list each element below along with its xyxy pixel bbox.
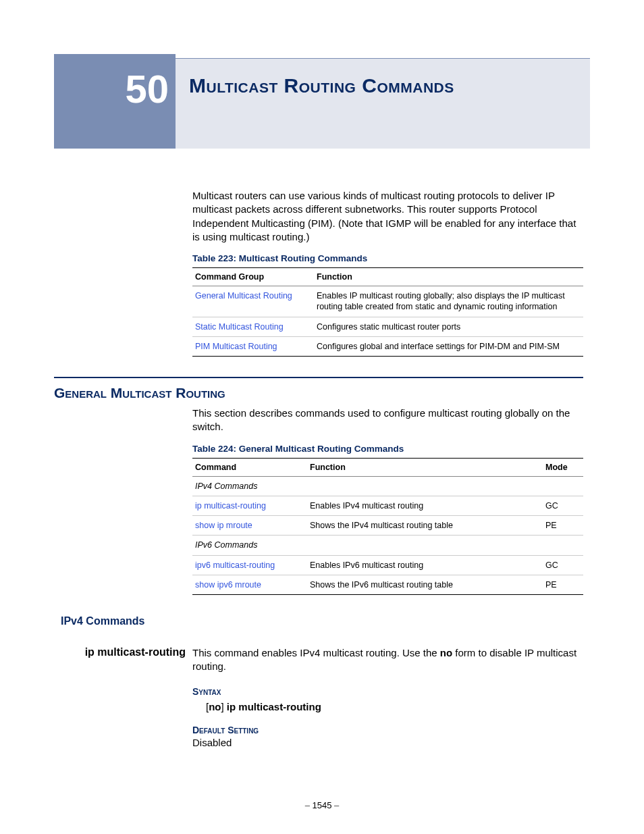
t224-func: Shows the IPv6 multicast routing table	[307, 575, 543, 594]
command-name: ip multicast-routing	[61, 646, 192, 674]
section-rule	[54, 377, 583, 378]
table-row: show ipv6 mroute Shows the IPv6 multicas…	[192, 575, 583, 594]
table-223: Command Group Function General Multicast…	[192, 267, 583, 357]
page-number: 1545	[313, 800, 332, 810]
t224-head-command: Command	[192, 458, 307, 476]
default-setting-label: Default Setting	[192, 725, 583, 735]
ipv4-commands-label: IPv4 Commands	[61, 615, 583, 627]
chapter-number: 50	[54, 66, 169, 111]
link-show-ip-mroute[interactable]: show ip mroute	[195, 521, 252, 530]
link-general-multicast[interactable]: General Multicast Routing	[195, 291, 292, 301]
t224-func: Enables IPv6 multicast routing	[307, 555, 543, 575]
t224-mode: PE	[543, 516, 583, 536]
link-pim-multicast[interactable]: PIM Multicast Routing	[195, 342, 277, 351]
syntax-label: Syntax	[192, 686, 583, 697]
table-subhead: IPv4 Commands	[192, 476, 583, 496]
table-223-caption: Table 223: Multicast Routing Commands	[192, 253, 583, 263]
t223-func: Configures global and interface settings…	[314, 336, 583, 356]
t223-head-group: Command Group	[192, 268, 314, 286]
link-ipv6-multicast-routing[interactable]: ipv6 multicast-routing	[195, 561, 275, 570]
t224-func: Shows the IPv4 multicast routing table	[307, 516, 543, 536]
table-row: ip multicast-routing Enables IPv4 multic…	[192, 496, 583, 515]
t223-head-function: Function	[314, 268, 583, 286]
intro-paragraph: Multicast routers can use various kinds …	[192, 189, 583, 244]
section-intro: This section describes commands used to …	[192, 407, 583, 434]
t224-head-function: Function	[307, 458, 543, 476]
t224-head-mode: Mode	[543, 458, 583, 476]
t223-func: Configures static multicast router ports	[314, 317, 583, 336]
link-ip-multicast-routing[interactable]: ip multicast-routing	[195, 501, 266, 511]
table-row: General Multicast Routing Enables IP mul…	[192, 286, 583, 317]
t224-mode: GC	[543, 555, 583, 575]
link-static-multicast[interactable]: Static Multicast Routing	[195, 322, 284, 332]
default-setting-value: Disabled	[192, 737, 583, 748]
t224-func: Enables IPv4 multicast routing	[307, 496, 543, 515]
syntax-line: [no] ip multicast-routing	[206, 701, 583, 712]
table-row: PIM Multicast Routing Configures global …	[192, 336, 583, 356]
command-description: This command enables IPv4 multicast rout…	[192, 646, 583, 674]
link-show-ipv6-mroute[interactable]: show ipv6 mroute	[195, 580, 261, 590]
table-row: ipv6 multicast-routing Enables IPv6 mult…	[192, 555, 583, 575]
title-band	[176, 58, 590, 149]
t223-func: Enables IP multicast routing globally; a…	[314, 286, 583, 317]
page-footer: – 1545 –	[0, 800, 644, 810]
chapter-title: Multicast Routing Commands	[189, 74, 454, 97]
table-subhead: IPv6 Commands	[192, 536, 583, 555]
table-224: Command Function Mode IPv4 Commands ip m…	[192, 458, 583, 596]
t224-mode: GC	[543, 496, 583, 515]
section-heading-general: General Multicast Routing	[54, 385, 583, 401]
table-row: Static Multicast Routing Configures stat…	[192, 317, 583, 336]
table-224-caption: Table 224: General Multicast Routing Com…	[192, 444, 583, 454]
chapter-header: 50 Multicast Routing Commands	[54, 54, 583, 149]
table-row: show ip mroute Shows the IPv4 multicast …	[192, 516, 583, 536]
t224-mode: PE	[543, 575, 583, 594]
